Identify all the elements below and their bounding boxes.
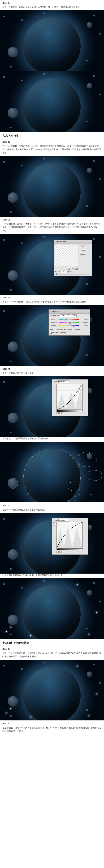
s6-step1-label: Step 1: — [0, 139, 104, 145]
svg-point-1 — [70, 401, 71, 402]
radius-input[interactable] — [61, 271, 68, 273]
s6-step5-image: Preset: Custom ∿ ✎ — [0, 513, 104, 574]
s6-step5-text: 创建另一个曲线调整图层增加选定部分的光度。 — [0, 508, 104, 513]
preset-select[interactable]: Custom — [59, 380, 69, 383]
s7-step1-label: Step 1: — [0, 646, 104, 652]
gradient-strip — [57, 549, 82, 550]
gradient-strip — [57, 410, 82, 412]
highlights-radio[interactable] — [73, 329, 74, 330]
black-point-icon[interactable] — [57, 551, 59, 553]
s6-step5-label: Step 5: — [0, 502, 104, 508]
gaussian-preview — [55, 245, 78, 266]
selection-marquee — [68, 482, 81, 491]
svg-line-0 — [57, 384, 82, 409]
color-levels-label: Color Levels: — [50, 315, 59, 317]
preset-select[interactable]: Custom — [59, 519, 69, 522]
s6-step5-extra: 利用这副蒙版来保留小行星的暗部，尤其调整最右边的那些小行星。 — [0, 574, 104, 578]
curves-graph[interactable] — [57, 384, 82, 410]
pencil-tool-icon[interactable]: ✎ — [53, 525, 55, 528]
blue-label: Blue — [80, 324, 88, 327]
cyan-red-slider[interactable] — [60, 319, 79, 320]
s6-step4-extra: 在该蒙版上，使用柔性黑色笔刷把小行星恢复亮度。 — [0, 437, 104, 442]
color-balance-dialog: Color Balance Color Levels: -33 0 +33 Cy… — [48, 309, 90, 336]
s7-step2-label: Step 2: — [0, 720, 104, 726]
step6-text: 创建一个新图层，使用白色柔性笔刷在地球飞船上涂一些亮光，图层混合模式为 叠加。 — [0, 6, 104, 10]
radius-unit: Pixels — [68, 271, 72, 273]
dialog-title: Color Balance — [49, 310, 90, 313]
white-point-icon[interactable] — [62, 551, 64, 553]
preview-label: Preview — [80, 254, 85, 255]
section6-title: 六.加入小行星 — [0, 132, 104, 139]
level-cyan-value[interactable]: -33 — [60, 314, 65, 317]
gaussian-blur-dialog: Gaussian Blur OK Cancel Preview − 100% +… — [54, 240, 92, 276]
tone-label: Tone — [50, 329, 54, 330]
magenta-label: Magenta — [51, 321, 59, 323]
curve-line — [57, 384, 82, 409]
s6-step3-text: 为所有小行星图层创建一个组，使用 色彩平衡 调整图层修改小行星的颜色以匹配地球的… — [0, 300, 104, 305]
dialog-title: Gaussian Blur — [54, 240, 92, 244]
gray-point-icon[interactable] — [60, 551, 62, 553]
preset-label: Preset: — [53, 381, 58, 383]
gray-point-icon[interactable] — [60, 412, 62, 414]
curve-tool-icon[interactable]: ∿ — [53, 384, 55, 386]
red-label: Red — [80, 318, 88, 320]
black-point-icon[interactable] — [57, 412, 59, 414]
zoom-in-button[interactable]: + — [75, 267, 78, 270]
ok-button[interactable]: OK — [80, 245, 87, 248]
svg-point-3 — [67, 532, 68, 533]
s7-step1-text: 创建一个太空图层和飞船，笔刷颜色设置#ee0c6c1，画一些 小点各自随机分布环… — [0, 652, 104, 660]
svg-line-2 — [57, 522, 82, 548]
curve-tool-icon[interactable]: ∿ — [53, 522, 55, 525]
s6-step4-mask-image — [0, 442, 104, 502]
s6-step1-image — [0, 156, 104, 217]
curves-graph[interactable] — [57, 522, 82, 548]
cancel-button[interactable]: Cancel — [80, 249, 87, 252]
shadows-label: Shadows — [57, 329, 63, 330]
level-magenta-value[interactable]: 0 — [66, 314, 71, 317]
radius-label: Radius: — [55, 271, 61, 273]
preserve-lum-checkbox[interactable] — [50, 332, 51, 334]
s7-step2-text: 创建新图层，使用一个小的真不透柔星笔刷（白色）#7c7c7c3 和在有以飞船底部… — [0, 726, 104, 734]
selection-marquee — [74, 494, 95, 502]
green-label: Green — [80, 321, 88, 323]
s6-step4-label: Step 4: — [0, 366, 104, 372]
midtones-label: Midtones — [66, 329, 72, 330]
s6-step2-text: 在火星的右边上方和左下角添加一些小行星，注意到火小位图放缩大小只给宝的小行星看清… — [0, 222, 104, 234]
preserve-lum-label: Preserve Luminosity — [52, 332, 66, 334]
magenta-green-slider[interactable] — [60, 322, 79, 323]
selection-marquee — [77, 452, 97, 467]
result-image-step6b — [0, 71, 104, 132]
s6-step3-image: Color Balance Color Levels: -33 0 +33 Cy… — [0, 305, 104, 366]
result-image-step6a — [0, 10, 104, 71]
zoom-value: 100% — [71, 268, 75, 269]
highlights-label: Highlights — [74, 329, 81, 330]
s6-step2-label: Step 2: — [0, 217, 104, 222]
s7-step1-image — [0, 660, 104, 720]
level-yellow-value[interactable]: +33 — [72, 314, 77, 317]
curves-dialog-brighten: Preset: Custom ∿ ✎ — [52, 518, 89, 555]
s6-step4-text: 创建一个曲线调整图层，使其变暗。 — [0, 371, 104, 376]
midtones-radio[interactable] — [64, 329, 65, 330]
white-point-icon[interactable] — [62, 412, 64, 414]
s6-step2-image: Gaussian Blur OK Cancel Preview − 100% +… — [0, 234, 104, 294]
s6-step5-result-image — [0, 578, 104, 639]
step6-label: Step 6: — [0, 0, 104, 6]
s6-step1-text: 打开小行星素材，去除不想要的小行星，然后把它放置在水 星球右面。根据我步骤简单叙… — [0, 145, 104, 156]
yellow-label: Yellow — [51, 324, 59, 327]
pencil-tool-icon[interactable]: ✎ — [53, 387, 55, 390]
cyan-label: Cyan — [51, 318, 59, 320]
s6-step3-label: Step 3: — [0, 294, 104, 300]
curve-line — [57, 522, 82, 548]
yellow-blue-slider[interactable] — [60, 325, 79, 326]
curves-dialog-darken: Preset: Custom ∿ ✎ — [52, 379, 89, 416]
shadows-radio[interactable] — [55, 329, 56, 330]
section7-title: 七.添加灯光和光线轨迹 — [0, 639, 104, 646]
selection-marquee — [87, 470, 102, 481]
preset-label: Preset: — [53, 519, 58, 521]
s6-step4-image: Preset: Custom ∿ ✎ — [0, 376, 104, 437]
radius-slider[interactable] — [55, 274, 90, 275]
zoom-out-button[interactable]: − — [68, 267, 70, 270]
